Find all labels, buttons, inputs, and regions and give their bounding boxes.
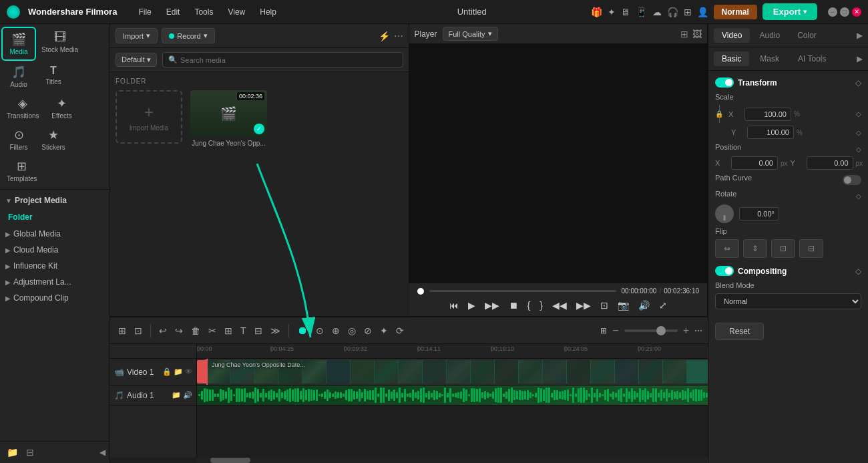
more-tools-icon[interactable]: ≫	[268, 323, 283, 339]
rotate-knob[interactable]	[715, 204, 734, 223]
silence-detect-icon[interactable]: ⊡	[132, 323, 145, 339]
menu-help[interactable]: Help	[253, 5, 283, 19]
video-folder-icon[interactable]: 📁	[174, 367, 183, 376]
video-lock-icon[interactable]: 🔒	[162, 367, 172, 376]
sub-tab-basic[interactable]: Basic	[714, 51, 749, 66]
reset-button[interactable]: Reset	[715, 323, 764, 340]
toolbar-audio[interactable]: 🎵 Audio	[1, 61, 36, 92]
position-keyframe[interactable]: ◇	[856, 146, 861, 153]
menu-edit[interactable]: Edit	[160, 5, 187, 19]
go-to-start-button[interactable]: ⏮	[447, 299, 461, 312]
toolbar-effects[interactable]: ✦ Effects	[45, 92, 79, 124]
toolbar-templates[interactable]: ⊞ Templates	[1, 155, 43, 186]
volume-button[interactable]: 🔊	[636, 299, 652, 312]
apps-icon[interactable]: ⊞	[684, 7, 692, 17]
compound-icon[interactable]: ◎	[345, 323, 359, 339]
undo-icon[interactable]: ↩	[156, 323, 170, 339]
maximize-button[interactable]: □	[840, 7, 849, 17]
adjustment-layer-item[interactable]: ▶ Adjustment La...	[0, 274, 110, 290]
screen-icon[interactable]: 🖥	[621, 7, 630, 17]
flip-vertical-button[interactable]: ⇕	[743, 239, 767, 258]
zoom-thumb[interactable]	[656, 326, 666, 335]
scale-x-input[interactable]	[744, 108, 791, 121]
close-button[interactable]: ✕	[852, 7, 861, 17]
flip-horizontal-2-button[interactable]: ⊡	[771, 239, 795, 258]
snapshot-button[interactable]: 📷	[615, 299, 632, 312]
pos-y-input[interactable]	[807, 156, 853, 170]
magic-icon[interactable]: ✦	[608, 7, 616, 17]
minimize-button[interactable]: –	[828, 7, 837, 17]
scale-x-keyframe[interactable]: ◇	[856, 110, 861, 118]
influence-kit-item[interactable]: ▶ Influence Kit	[0, 258, 110, 274]
import-button[interactable]: Import ▾	[116, 28, 158, 43]
rotate-input[interactable]	[739, 207, 779, 220]
next-frame-button[interactable]: ▶▶	[574, 299, 594, 312]
stop-button[interactable]: ⏹	[506, 299, 521, 312]
crop-icon[interactable]: ⊞	[222, 323, 235, 339]
speed-icon[interactable]: ⟳	[393, 323, 407, 339]
playhead-dot[interactable]	[417, 288, 424, 295]
toolbar-stock-media[interactable]: 🎞 Stock Media	[36, 27, 83, 61]
toolbar-transitions[interactable]: ◈ Transitions	[1, 92, 45, 124]
effects-timeline-icon[interactable]: ✦	[377, 323, 391, 339]
filter-icon[interactable]: ⚡	[379, 31, 390, 41]
add-folder-icon[interactable]: 📁	[4, 446, 21, 459]
layout-icon[interactable]: ⊞	[600, 326, 607, 335]
record-button[interactable]: Record ▾	[162, 28, 214, 43]
snap-icon[interactable]: ⊙	[313, 323, 327, 339]
flip-horizontal-button[interactable]: ⇔	[715, 239, 739, 258]
fullscreen-button[interactable]: ⤢	[656, 299, 670, 312]
pip-button[interactable]: ⊡	[598, 299, 611, 312]
headphone-icon[interactable]: 🎧	[667, 7, 678, 17]
transform-keyframe-icon[interactable]: ◇	[855, 78, 861, 88]
grid-view-icon[interactable]: ⊞	[680, 29, 688, 39]
audio-waveform[interactable]	[197, 385, 708, 405]
cloud-media-item[interactable]: ▶ Cloud Media	[0, 242, 110, 258]
quality-select[interactable]: Full Quality ▾	[443, 27, 498, 41]
redo-icon[interactable]: ↪	[172, 323, 186, 339]
compositing-keyframe-icon[interactable]: ◇	[855, 267, 861, 276]
minus-icon[interactable]: ⊟	[252, 323, 265, 339]
toolbar-media[interactable]: 🎬 Media	[1, 27, 36, 61]
sub-tabs-more[interactable]: ▶	[857, 54, 863, 63]
toolbar-filters[interactable]: ⊙ Filters	[1, 124, 36, 155]
scene-detect-icon[interactable]: ⊞	[116, 323, 129, 339]
menu-tools[interactable]: Tools	[188, 5, 220, 19]
toolbar-stickers[interactable]: ★ Stickers	[36, 124, 71, 155]
menu-view[interactable]: View	[221, 5, 252, 19]
scale-y-keyframe[interactable]: ◇	[856, 129, 861, 136]
video-clip[interactable]: Jung Chae Yeon's Opposite Date...	[206, 360, 708, 383]
cloud-icon[interactable]: ☁	[652, 7, 662, 17]
flip-vertical-2-button[interactable]: ⊟	[799, 239, 823, 258]
play-pause-button[interactable]: ▶▶	[482, 299, 502, 312]
more-icon[interactable]: ⋯	[394, 31, 403, 41]
audio-lock-icon[interactable]: 📁	[172, 391, 181, 400]
mark-in-button[interactable]: {	[525, 299, 533, 312]
progress-track[interactable]	[429, 290, 616, 292]
more-timeline-icon[interactable]: ⋯	[694, 326, 702, 335]
search-input[interactable]	[180, 56, 397, 64]
remove-item-icon[interactable]: ⊟	[23, 446, 37, 459]
rotate-keyframe[interactable]: ◇	[856, 192, 861, 200]
cut-icon[interactable]: ✂	[206, 323, 219, 339]
path-curve-toggle[interactable]	[843, 175, 861, 185]
tab-color[interactable]: Color	[789, 28, 825, 43]
lock-icon[interactable]: 🔒	[715, 110, 723, 118]
global-media-item[interactable]: ▶ Global Media	[0, 226, 110, 242]
compound-clip-item[interactable]: ▶ Compound Clip	[0, 290, 110, 306]
pos-x-input[interactable]	[731, 156, 778, 170]
mark-out-button[interactable]: }	[537, 299, 546, 312]
audio-volume-icon[interactable]: 🔊	[183, 391, 192, 400]
video-eye-icon[interactable]: 👁	[185, 367, 192, 376]
default-button[interactable]: Default ▾	[116, 53, 157, 67]
prev-frame-button[interactable]: ◀◀	[550, 299, 570, 312]
tab-audio[interactable]: Audio	[751, 28, 788, 43]
user-icon[interactable]: 👤	[697, 7, 708, 17]
zoom-out-button[interactable]: −	[610, 323, 621, 338]
export-button[interactable]: Export ▾	[763, 3, 817, 20]
mobile-icon[interactable]: 📱	[636, 7, 647, 17]
text-icon[interactable]: T	[238, 323, 249, 339]
zoom-in-button[interactable]: +	[680, 323, 692, 338]
scale-y-input[interactable]	[747, 126, 794, 139]
transform-toggle[interactable]	[715, 78, 734, 88]
